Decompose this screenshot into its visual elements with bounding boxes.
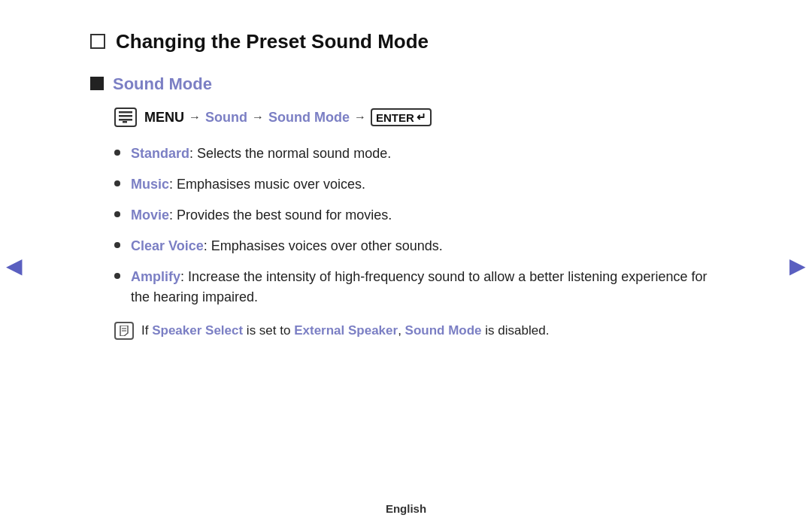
bullet-dot xyxy=(114,180,120,186)
term-standard: Standard xyxy=(131,146,189,161)
note-speaker-select: Speaker Select xyxy=(152,323,243,338)
desc-music: : Emphasises music over voices. xyxy=(169,177,365,192)
bullet-dot xyxy=(114,273,120,279)
bullet-list: Standard: Selects the normal sound mode.… xyxy=(114,144,722,307)
list-item: Amplify: Increase the intensity of high-… xyxy=(114,267,722,307)
list-item: Movie: Provides the best sound for movie… xyxy=(114,205,722,226)
term-movie: Movie xyxy=(131,207,169,223)
black-square-icon xyxy=(90,77,104,90)
list-item: Clear Voice: Emphasises voices over othe… xyxy=(114,236,722,256)
note-text-middle: is set to xyxy=(243,323,294,338)
term-clear-voice: Clear Voice xyxy=(131,238,204,253)
list-item-text: Standard: Selects the normal sound mode. xyxy=(131,144,391,164)
footer-text: English xyxy=(386,502,426,515)
bullet-dot xyxy=(114,150,120,156)
svg-rect-0 xyxy=(119,111,132,114)
note-text-after: is disabled. xyxy=(482,323,550,338)
list-item: Standard: Selects the normal sound mode. xyxy=(114,144,722,164)
menu-icon xyxy=(114,108,137,127)
desc-standard: : Selects the normal sound mode. xyxy=(189,146,391,161)
note-line: If Speaker Select is set to External Spe… xyxy=(114,321,722,341)
desc-amplify: : Increase the intensity of high-frequen… xyxy=(131,269,707,304)
enter-label: ENTER xyxy=(376,111,414,124)
arrow-1: → xyxy=(189,111,201,124)
svg-rect-3 xyxy=(123,121,127,123)
list-item-text: Music: Emphasises music over voices. xyxy=(131,174,365,195)
note-text: If Speaker Select is set to External Spe… xyxy=(141,321,549,341)
bullet-dot xyxy=(114,211,120,217)
footer: English xyxy=(0,502,812,515)
section-title: Sound Mode xyxy=(90,74,722,94)
section-title-text: Sound Mode xyxy=(113,74,212,94)
note-text-comma: , xyxy=(398,323,404,338)
list-item-text: Amplify: Increase the intensity of high-… xyxy=(131,267,722,307)
svg-rect-1 xyxy=(119,115,132,117)
arrow-2: → xyxy=(252,111,264,124)
list-item: Music: Emphasises music over voices. xyxy=(114,174,722,195)
nav-arrow-left[interactable]: ◀ xyxy=(6,253,23,277)
term-music: Music xyxy=(131,177,169,192)
page-content: Changing the Preset Sound Mode Sound Mod… xyxy=(30,0,782,371)
bullet-dot xyxy=(114,242,120,248)
menu-label: MENU xyxy=(144,110,184,126)
svg-rect-2 xyxy=(119,119,132,121)
note-icon xyxy=(114,322,134,340)
checkbox-icon xyxy=(90,34,105,49)
sound-link: Sound xyxy=(205,110,247,126)
note-external-speaker: External Speaker xyxy=(294,323,398,338)
menu-line: MENU → Sound → Sound Mode → ENTER ↵ xyxy=(114,108,722,127)
term-amplify: Amplify xyxy=(131,269,180,284)
main-title-text: Changing the Preset Sound Mode xyxy=(116,30,429,53)
list-item-text: Clear Voice: Emphasises voices over othe… xyxy=(131,236,443,256)
nav-arrow-right[interactable]: ▶ xyxy=(789,253,806,277)
note-sound-mode: Sound Mode xyxy=(405,323,482,338)
enter-icon: ENTER ↵ xyxy=(371,108,432,126)
note-text-before: If xyxy=(141,323,152,338)
sound-mode-link: Sound Mode xyxy=(268,110,350,126)
enter-return-symbol: ↵ xyxy=(417,111,426,124)
arrow-3: → xyxy=(354,111,366,124)
desc-movie: : Provides the best sound for movies. xyxy=(169,207,392,223)
main-title: Changing the Preset Sound Mode xyxy=(90,30,722,53)
list-item-text: Movie: Provides the best sound for movie… xyxy=(131,205,392,226)
desc-clear-voice: : Emphasises voices over other sounds. xyxy=(204,238,443,253)
